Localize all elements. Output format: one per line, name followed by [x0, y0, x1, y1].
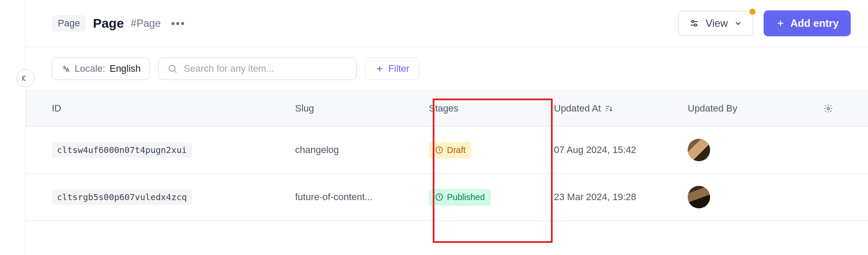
entry-updated-at: 07 Aug 2024, 15:42 [544, 127, 677, 173]
collapse-sidebar-button[interactable] [16, 69, 35, 87]
entries-table: ID Slug Stages Updated At Updated By clt… [26, 90, 868, 255]
sort-icon [604, 104, 613, 113]
filter-label: Filter [388, 63, 409, 74]
add-entry-label: Add entry [790, 17, 839, 29]
search-icon [167, 64, 178, 74]
view-indicator-dot [749, 9, 755, 15]
entry-updated-at: 23 Mar 2024, 19:28 [544, 174, 677, 220]
svg-point-3 [695, 24, 697, 26]
entry-slug: future-of-content... [285, 174, 418, 220]
plus-icon [776, 19, 785, 28]
stage-badge-published: Published [429, 189, 491, 206]
entry-id: cltsw4uf6000n07t4pugn2xui [52, 142, 192, 158]
column-updated-at[interactable]: Updated At [544, 91, 677, 126]
entry-slug: changelog [285, 127, 418, 173]
column-stages[interactable]: Stages [418, 91, 544, 126]
stage-label: Published [447, 192, 485, 202]
sidebar-rail [0, 0, 26, 255]
svg-line-7 [174, 70, 176, 73]
entry-id: cltsrgb5s00p607vuledx4zcq [52, 189, 192, 205]
header-bar: Page Page #Page ••• View Add entry [26, 0, 868, 47]
column-settings[interactable] [815, 91, 841, 126]
more-menu-icon[interactable]: ••• [171, 17, 186, 30]
clock-icon [435, 193, 443, 201]
locale-label: Locale: [75, 63, 105, 74]
table-row[interactable]: cltsw4uf6000n07t4pugn2xui changelog Draf… [26, 127, 868, 174]
column-slug[interactable]: Slug [285, 91, 418, 126]
svg-point-2 [692, 21, 694, 23]
stage-label: Draft [447, 145, 465, 155]
avatar[interactable] [688, 186, 710, 208]
column-id[interactable]: ID [26, 91, 285, 126]
page-hash: #Page [131, 17, 160, 29]
column-updated-at-label: Updated At [554, 103, 601, 114]
table-row[interactable]: cltsrgb5s00p607vuledx4zcq future-of-cont… [26, 174, 868, 221]
svg-point-10 [827, 107, 830, 110]
sliders-icon [689, 18, 699, 29]
plus-icon [375, 64, 384, 73]
view-button[interactable]: View [678, 11, 753, 36]
svg-point-6 [169, 65, 175, 71]
page-title: Page [93, 16, 124, 31]
search-input[interactable] [184, 63, 348, 74]
gear-icon [824, 104, 833, 113]
translate-icon [61, 64, 70, 73]
table-header: ID Slug Stages Updated At Updated By [26, 90, 868, 127]
column-updated-by[interactable]: Updated By [677, 91, 815, 126]
add-entry-button[interactable]: Add entry [764, 10, 851, 36]
filter-bar: Locale: English Filter [26, 47, 868, 90]
avatar[interactable] [688, 139, 710, 161]
collapse-icon [21, 73, 30, 83]
view-label: View [705, 17, 728, 29]
search-field[interactable] [158, 57, 357, 80]
clock-icon [435, 146, 443, 154]
chevron-down-icon [734, 19, 742, 28]
locale-value: English [110, 63, 141, 74]
model-pill[interactable]: Page [52, 15, 86, 32]
locale-selector[interactable]: Locale: English [52, 57, 150, 80]
stage-badge-draft: Draft [429, 142, 472, 159]
add-filter-button[interactable]: Filter [365, 57, 419, 80]
